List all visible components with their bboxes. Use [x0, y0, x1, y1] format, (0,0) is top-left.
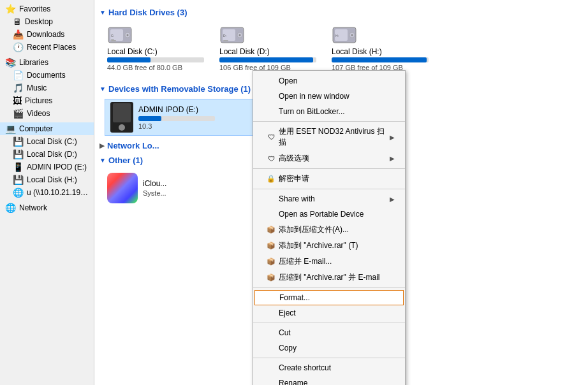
ctx-archive-a[interactable]: 📦 添加到压缩文件(A)... — [253, 222, 405, 238]
ctx-open-label: Open — [279, 76, 297, 85]
drive-d-icon-row: D: — [219, 25, 245, 45]
ctx-compress-rar-email[interactable]: 📦 压缩到 "Archive.rar" 并 E-mail — [253, 270, 405, 286]
removable-bar — [138, 116, 161, 121]
drive-c-info: 44.0 GB free of 80.0 GB — [107, 64, 182, 71]
ctx-eset[interactable]: 🛡 使用 ESET NOD32 Antivirus 扫描 ▶ — [253, 124, 405, 150]
ctx-cut-label: Cut — [279, 328, 291, 337]
ctx-sep-6 — [253, 358, 405, 358]
removable-item-ipod[interactable]: ADMIN IPOD (E:) 10.3 — [105, 99, 264, 136]
ctx-sep-5 — [253, 323, 405, 323]
ctx-share-label: Share with — [279, 194, 315, 203]
sidebar-item-desktop[interactable]: 🖥 Desktop — [0, 15, 94, 28]
ctx-share-with[interactable]: Share with ▶ — [253, 191, 405, 207]
sidebar-item-admin-ipod[interactable]: 📱 ADMIN IPOD (E:) — [0, 161, 94, 173]
libraries-label: Libraries — [19, 58, 48, 67]
context-menu: Open Open in new window Turn on BitLocke… — [253, 70, 406, 385]
ctx-cut[interactable]: Cut — [253, 325, 405, 340]
svg-point-10 — [239, 34, 241, 36]
local-h-label: Local Disk (H:) — [27, 175, 77, 184]
ctx-compress-email-label: 压缩并 E-mail... — [279, 256, 332, 267]
disk-h-icon: 💾 — [13, 175, 24, 185]
sidebar-item-pictures[interactable]: 🖼 Pictures — [0, 94, 94, 107]
drive-h-bar-wrap — [332, 57, 429, 62]
sidebar-item-network[interactable]: 🌐 Network — [0, 201, 94, 214]
videos-label: Videos — [27, 109, 50, 118]
drive-item-c[interactable]: C: Local Disk (C:) 44.0 GB free of 80.0 … — [105, 22, 207, 74]
ctx-sep-3 — [253, 189, 405, 189]
music-label: Music — [27, 84, 47, 92]
disk-c-icon: 💾 — [13, 136, 24, 147]
copy-icon — [266, 343, 276, 353]
ctx-eject[interactable]: Eject — [253, 305, 405, 321]
computer-icon: 💻 — [5, 124, 16, 134]
sidebar-item-computer[interactable]: 💻 Computer — [0, 122, 94, 135]
ctx-copy[interactable]: Copy — [253, 340, 405, 356]
drive-h-icon-row: H: — [332, 25, 357, 45]
share-icon — [266, 194, 276, 204]
pictures-label: Pictures — [25, 96, 52, 105]
disk-d-icon: 💾 — [13, 149, 24, 159]
archive-a-icon: 📦 — [266, 225, 276, 235]
sidebar-item-favorites[interactable]: ⭐ Favorites — [0, 3, 94, 15]
sidebar-item-local-c[interactable]: 💾 Local Disk (C:) — [0, 135, 94, 148]
sidebar-item-local-h[interactable]: 💾 Local Disk (H:) — [0, 173, 94, 186]
sidebar-item-documents[interactable]: 📄 Documents — [0, 69, 94, 82]
ctx-create-shortcut[interactable]: Create shortcut — [253, 360, 405, 375]
svg-text:D:: D: — [223, 34, 226, 38]
svg-rect-11 — [223, 40, 228, 41]
sidebar-item-local-d[interactable]: 💾 Local Disk (D:) — [0, 148, 94, 161]
pictures-icon: 🖼 — [13, 96, 22, 106]
ctx-advanced[interactable]: 🛡 高级选项 ▶ — [253, 150, 405, 166]
sidebar-item-network-share[interactable]: 🌐 u (\\10.10.21.197) (Z — [0, 186, 94, 199]
svg-text:H:: H: — [335, 34, 339, 38]
ctx-portable-label: Open as Portable Device — [279, 210, 364, 219]
documents-label: Documents — [27, 71, 66, 80]
network-loc-arrow-icon: ▶ — [99, 142, 105, 149]
recent-label: Recent Places — [27, 43, 76, 52]
sidebar-item-downloads[interactable]: 📥 Downloads — [0, 28, 94, 41]
ctx-decrypt-label: 解密申请 — [279, 173, 309, 184]
drive-c-icon-row: C: — [107, 25, 133, 45]
other-arrow-icon: ▼ — [99, 157, 106, 164]
removable-sub: 10.3 — [138, 122, 215, 130]
desktop-label: Desktop — [25, 17, 53, 26]
drive-h-bar — [332, 57, 427, 62]
local-d-label: Local Disk (D:) — [27, 150, 77, 159]
hdd-h-icon: H: — [332, 25, 357, 45]
hdd-c-icon: C: — [107, 25, 133, 45]
open-icon — [266, 76, 276, 86]
ctx-portable[interactable]: Open as Portable Device — [253, 207, 405, 222]
ctx-open[interactable]: Open — [253, 73, 405, 89]
sidebar-item-recent-places[interactable]: 🕐 Recent Places — [0, 41, 94, 54]
ipod-btn — [119, 124, 125, 131]
drive-item-d[interactable]: D: Local Disk (D:) 106 GB free of 109 GB — [217, 22, 319, 74]
format-icon — [267, 293, 277, 303]
network-share-icon: 🌐 — [13, 187, 24, 198]
bitlocker-icon — [266, 106, 276, 117]
ctx-compress-email[interactable]: 📦 压缩并 E-mail... — [253, 254, 405, 270]
icloud-icon — [107, 173, 138, 203]
ctx-format[interactable]: Format... — [254, 290, 404, 305]
drives-row: C: Local Disk (C:) 44.0 GB free of 80.0 … — [105, 22, 583, 74]
decrypt-icon: 🔒 — [266, 174, 276, 184]
drive-item-h[interactable]: H: Local Disk (H:) 107 GB free of 109 GB — [329, 22, 431, 74]
removable-item-info: ADMIN IPOD (E:) 10.3 — [138, 105, 215, 130]
sidebar-item-libraries[interactable]: 📚 Libraries — [0, 56, 94, 69]
ctx-archive-t[interactable]: 📦 添加到 "Archive.rar" (T) — [253, 238, 405, 254]
ipod-screen — [113, 103, 131, 122]
share-arrow-icon: ▶ — [390, 196, 395, 203]
ctx-open-new-window[interactable]: Open in new window — [253, 89, 405, 104]
ctx-rename[interactable]: Rename — [253, 375, 405, 385]
sidebar-item-videos[interactable]: 🎬 Videos — [0, 107, 94, 120]
library-icon: 📚 — [5, 57, 16, 68]
network-label: Network — [19, 203, 47, 212]
hdd-d-icon: D: — [219, 25, 245, 45]
other-sub: Syste... — [143, 189, 166, 197]
downloads-label: Downloads — [27, 30, 64, 39]
ctx-decrypt[interactable]: 🔒 解密申请 — [253, 171, 405, 187]
ctx-eject-label: Eject — [279, 309, 296, 317]
new-window-icon — [266, 91, 276, 101]
favorites-section: ⭐ Favorites 🖥 Desktop 📥 Downloads 🕐 Rece… — [0, 3, 94, 54]
sidebar-item-music[interactable]: 🎵 Music — [0, 82, 94, 94]
ctx-bitlocker[interactable]: Turn on BitLocker... — [253, 104, 405, 119]
